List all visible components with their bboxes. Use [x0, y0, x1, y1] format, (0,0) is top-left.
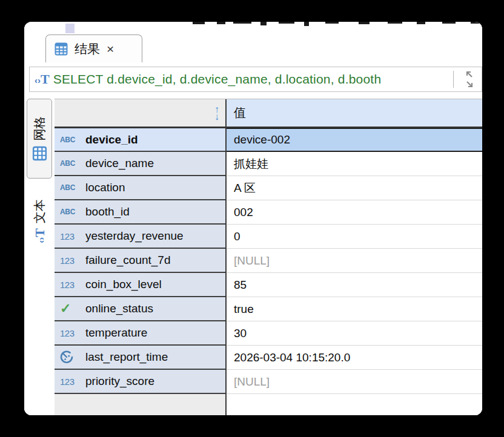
row-value-cell[interactable]: 抓娃娃	[227, 152, 482, 176]
value-column-header[interactable]: 值	[227, 99, 482, 126]
row-key-label: temperature	[85, 326, 147, 340]
string-type-icon: ABC	[60, 183, 75, 192]
row-key-cell[interactable]: 123temperature	[55, 321, 227, 346]
tab-close-icon[interactable]: ×	[107, 42, 114, 55]
number-type-icon: 123	[60, 255, 75, 266]
table-filler	[55, 394, 482, 415]
sidebar-tab-text[interactable]: ‹›T 文本	[27, 184, 52, 258]
table-row: 123failure_count_7d[NULL]	[55, 249, 482, 273]
row-value-cell[interactable]: [NULL]	[227, 370, 482, 394]
presentation-switcher: 网格 ‹›T 文本	[24, 96, 55, 415]
table-row: 123yesterday_revenue0	[55, 225, 482, 249]
row-value-text: device-002	[234, 133, 290, 146]
row-key-cell[interactable]: ✓online_status	[55, 297, 227, 321]
number-type-icon: 123	[60, 231, 75, 242]
table-row: last_report_time2026-03-04 10:15:20.0	[55, 346, 482, 370]
sql-preview-wrap: ‹›T SELECT d.device_id, d.device_name, d…	[24, 62, 482, 96]
table-row: 123priority_score[NULL]	[55, 370, 482, 394]
row-key-cell[interactable]: 123priority_score	[55, 370, 227, 394]
number-type-icon: 123	[60, 280, 75, 290]
record-table: ↑↓ 值 ABCdevice_iddevice-002ABCdevice_nam…	[55, 96, 482, 415]
column-name-header[interactable]: ↑↓	[55, 99, 227, 126]
table-row: ABClocationA 区	[55, 176, 482, 200]
table-body: ABCdevice_iddevice-002ABCdevice_name抓娃娃A…	[55, 128, 482, 394]
number-type-icon: 123	[60, 376, 75, 387]
row-key-label: device_id	[85, 133, 138, 146]
tab-results[interactable]: 结果 ×	[45, 34, 142, 62]
row-key-label: device_name	[85, 157, 154, 170]
number-type-icon: 123	[60, 328, 75, 338]
row-value-cell[interactable]: A 区	[227, 176, 482, 200]
table-row: 123temperature30	[55, 321, 482, 346]
row-key-label: coin_box_level	[85, 278, 162, 291]
grid-table-icon	[55, 42, 68, 56]
row-key-cell[interactable]: last_report_time	[55, 346, 227, 370]
datetime-type-icon	[60, 350, 73, 364]
grid-view-icon	[32, 145, 47, 161]
text-view-icon: ‹›T	[31, 228, 47, 243]
row-key-label: online_status	[85, 302, 153, 315]
results-window: 结果 × ‹›T SELECT d.device_id, d.device_na…	[24, 22, 482, 415]
sort-icon[interactable]: ↑↓	[214, 106, 219, 120]
row-key-label: last_report_time	[85, 350, 168, 364]
row-value-cell[interactable]: device-002	[227, 128, 482, 152]
row-value-text: 0	[234, 230, 240, 243]
row-value-text: true	[234, 303, 254, 316]
row-key-label: booth_id	[85, 205, 130, 218]
expand-panel-button[interactable]	[457, 67, 482, 91]
row-key-cell[interactable]: 123coin_box_level	[55, 273, 227, 297]
table-row: ABCdevice_name抓娃娃	[55, 152, 482, 176]
row-value-text: 002	[234, 206, 253, 219]
sidebar-tab-grid[interactable]: 网格	[27, 99, 52, 179]
table-row: 123coin_box_level85	[55, 273, 482, 297]
clipped-text-fragments	[24, 22, 482, 34]
row-value-text: 抓娃娃	[234, 156, 268, 172]
row-value-cell[interactable]: true	[227, 297, 482, 321]
table-header-row: ↑↓ 值	[55, 99, 482, 128]
row-value-cell[interactable]: 2026-03-04 10:15:20.0	[227, 346, 482, 370]
row-value-text: A 区	[234, 180, 256, 196]
row-value-cell[interactable]: [NULL]	[227, 249, 482, 273]
sql-text-icon: ‹›T	[35, 71, 50, 87]
table-row: ABCdevice_iddevice-002	[55, 128, 482, 152]
row-key-cell[interactable]: 123yesterday_revenue	[55, 225, 227, 249]
sql-preview-bar[interactable]: ‹›T SELECT d.device_id, d.device_name, d…	[29, 67, 482, 92]
sidebar-tab-text-label: 文本	[31, 199, 48, 223]
row-value-text: 2026-03-04 10:15:20.0	[234, 351, 350, 364]
row-value-cell[interactable]: 002	[227, 200, 482, 225]
row-value-cell[interactable]: 30	[227, 321, 482, 346]
table-row: ABCbooth_id002	[55, 200, 482, 225]
row-value-text: [NULL]	[234, 254, 270, 268]
row-key-label: failure_count_7d	[85, 254, 171, 267]
divider	[453, 71, 454, 88]
string-type-icon: ABC	[60, 208, 75, 216]
clipped-highlight-fragment	[65, 24, 75, 33]
row-value-cell[interactable]: 85	[227, 273, 482, 297]
row-key-cell[interactable]: ABCbooth_id	[55, 200, 227, 225]
sql-query-text: SELECT d.device_id, d.device_name, d.loc…	[53, 72, 449, 87]
results-content: 网格 ‹›T 文本 ↑↓ 值 ABCdevice_iddevice-002ABC…	[24, 96, 482, 415]
row-key-label: yesterday_revenue	[85, 229, 184, 243]
sidebar-tab-grid-label: 网格	[31, 116, 48, 140]
row-key-label: priority_score	[85, 375, 154, 388]
row-key-cell[interactable]: 123failure_count_7d	[55, 249, 227, 273]
row-key-label: location	[85, 181, 125, 194]
row-key-cell[interactable]: ABClocation	[55, 176, 227, 200]
row-key-cell[interactable]: ABCdevice_name	[55, 152, 227, 176]
boolean-true-icon: ✓	[60, 302, 71, 315]
row-key-cell[interactable]: ABCdevice_id	[55, 128, 227, 152]
row-value-text: [NULL]	[234, 375, 270, 389]
result-tab-bar: 结果 ×	[24, 34, 482, 62]
row-value-text: 30	[234, 327, 247, 340]
tab-results-label: 结果	[75, 41, 100, 58]
row-value-text: 85	[234, 278, 247, 292]
row-value-cell[interactable]: 0	[227, 225, 482, 249]
string-type-icon: ABC	[60, 159, 75, 168]
string-type-icon: ABC	[60, 136, 75, 144]
table-row: ✓online_statustrue	[55, 297, 482, 321]
